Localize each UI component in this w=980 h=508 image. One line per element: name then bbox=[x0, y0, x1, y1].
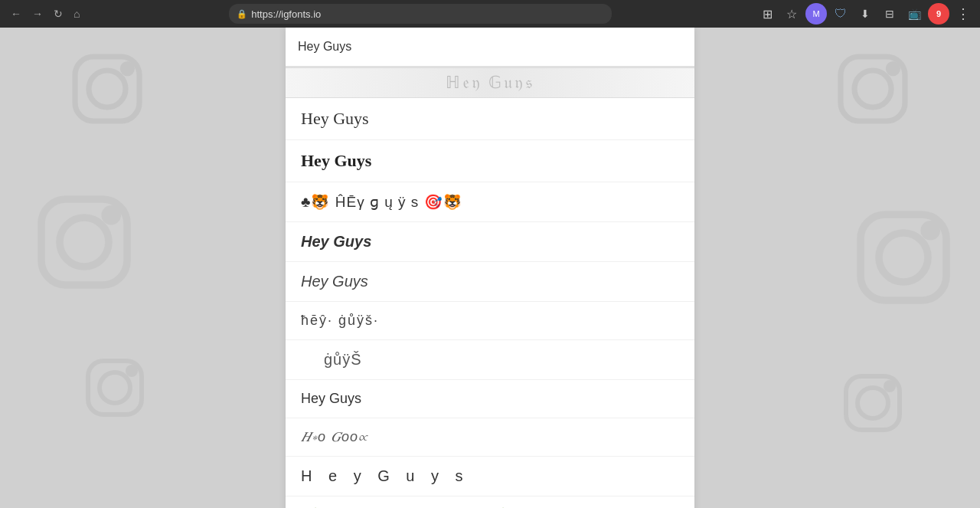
forward-button[interactable]: → bbox=[28, 5, 47, 23]
text-input[interactable] bbox=[298, 37, 682, 57]
font-result-3[interactable]: ♣🐯 ĤĒγ ɡ ų ÿ ѕ 🎯🐯 bbox=[286, 182, 694, 222]
svg-point-8 bbox=[128, 367, 136, 375]
font-result-2[interactable]: Hey Guys bbox=[286, 140, 694, 182]
font-text-5: Hey Guys bbox=[301, 273, 368, 290]
svg-point-17 bbox=[886, 382, 893, 390]
browser-nav-buttons: ← → ↻ ⌂ bbox=[6, 5, 84, 23]
font-result-4[interactable]: Hey Guys bbox=[286, 222, 694, 262]
svg-point-7 bbox=[100, 372, 130, 403]
home-button[interactable]: ⌂ bbox=[69, 5, 84, 23]
shield-button[interactable]: 🛡 bbox=[830, 3, 851, 25]
font-result-6[interactable]: ħēŷ· ġůÿš· bbox=[286, 302, 694, 340]
font-text-4: Hey Guys bbox=[301, 233, 371, 251]
font-result-9[interactable]: 𝐻∗ο 𝐺οο∝ bbox=[286, 418, 694, 457]
url-text: https://igfonts.io bbox=[251, 8, 321, 20]
svg-point-4 bbox=[60, 218, 109, 267]
svg-point-5 bbox=[105, 209, 117, 221]
bg-logo-6 bbox=[835, 365, 911, 444]
font-text-1: Hey Guys bbox=[301, 109, 369, 129]
font-result-7[interactable]: ġůÿŠ bbox=[286, 340, 694, 380]
bg-logo-5 bbox=[842, 196, 965, 322]
apps-button[interactable]: ⊟ bbox=[879, 3, 900, 25]
separator-preview-text: ℍ𝔢𝔶 𝔾𝔲𝔶𝔰 bbox=[446, 73, 535, 93]
address-bar[interactable]: 🔒 https://igfonts.io bbox=[229, 4, 612, 24]
font-text-10: H e y G u y s bbox=[301, 467, 469, 485]
download-button[interactable]: ⬇ bbox=[854, 3, 876, 25]
svg-point-1 bbox=[89, 70, 126, 107]
svg-point-11 bbox=[888, 64, 897, 74]
svg-point-10 bbox=[854, 70, 891, 107]
svg-point-13 bbox=[879, 233, 928, 282]
results-section: Hey Guys Hey Guys ♣🐯 ĤĒγ ɡ ų ÿ ѕ 🎯🐯 Hey … bbox=[286, 98, 694, 508]
extensions-button[interactable]: ⊞ bbox=[756, 3, 778, 25]
main-content: ℍ𝔢𝔶 𝔾𝔲𝔶𝔰 Hey Guys Hey Guys ♣🐯 ĤĒγ ɡ ų ÿ … bbox=[286, 28, 694, 508]
bookmark-button[interactable]: ☆ bbox=[781, 3, 802, 25]
notifications-button[interactable]: 9 bbox=[928, 3, 949, 25]
bg-logo-3 bbox=[77, 349, 153, 429]
bg-logo-4 bbox=[827, 43, 919, 138]
lock-icon: 🔒 bbox=[237, 9, 247, 19]
cast-button[interactable]: 📺 bbox=[903, 3, 925, 25]
svg-point-14 bbox=[924, 225, 936, 237]
font-text-3: ♣🐯 ĤĒγ ɡ ų ÿ ѕ 🎯🐯 bbox=[301, 193, 462, 211]
back-button[interactable]: ← bbox=[6, 5, 26, 23]
font-text-6: ħēŷ· ġůÿš· bbox=[301, 313, 379, 329]
browser-chrome: ← → ↻ ⌂ 🔒 https://igfonts.io ⊞ ☆ M 🛡 ⬇ ⊟… bbox=[0, 0, 980, 28]
browser-right-icons: ⊞ ☆ M 🛡 ⬇ ⊟ 📺 9 ⋮ bbox=[756, 3, 974, 25]
svg-point-2 bbox=[122, 64, 132, 74]
profile-button[interactable]: M bbox=[805, 3, 827, 25]
refresh-button[interactable]: ↻ bbox=[49, 5, 67, 23]
font-result-8[interactable]: Hey Guys bbox=[286, 380, 694, 418]
font-result-5[interactable]: Hey Guys bbox=[286, 262, 694, 302]
font-text-9: 𝐻∗ο 𝐺οο∝ bbox=[301, 429, 368, 445]
font-result-10[interactable]: H e y G u y s bbox=[286, 457, 694, 497]
font-text-8: Hey Guys bbox=[301, 391, 361, 407]
bg-logo-1 bbox=[61, 43, 153, 138]
font-result-11[interactable]: 🌿 ✶ 🌸 🎀 Hey Guys 🎀 🌷 ✶ 🌿 bbox=[286, 497, 694, 508]
bg-logo-2 bbox=[23, 181, 145, 306]
font-text-7: ġůÿŠ bbox=[301, 351, 362, 369]
address-bar-wrapper: 🔒 https://igfonts.io bbox=[89, 4, 752, 24]
svg-point-16 bbox=[858, 388, 888, 418]
separator-bar: ℍ𝔢𝔶 𝔾𝔲𝔶𝔰 bbox=[286, 67, 694, 98]
input-section bbox=[286, 28, 694, 67]
menu-button[interactable]: ⋮ bbox=[952, 3, 974, 25]
font-text-2: Hey Guys bbox=[301, 151, 371, 171]
font-result-1[interactable]: Hey Guys bbox=[286, 98, 694, 140]
